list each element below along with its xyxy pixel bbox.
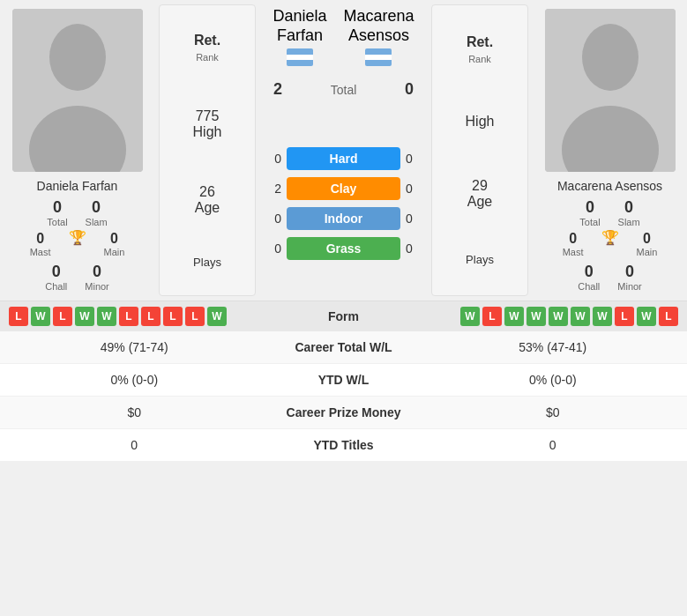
- left-total-label: Total: [47, 217, 67, 227]
- surface-section: 0 Hard 0 2 Clay 0 0 Indoor 0 0 Grass: [260, 106, 427, 301]
- career-wl-label: Career Total W/L: [256, 340, 432, 354]
- clay-left-score: 2: [265, 182, 287, 196]
- right-chall-value: 0: [578, 263, 600, 281]
- left-rank-stat: Ret. Rank: [194, 33, 220, 64]
- left-total-stat: 0 Total: [47, 198, 67, 227]
- right-rank-lbl: Rank: [468, 54, 491, 64]
- grass-row: 0 Grass 0: [265, 237, 422, 260]
- left-minor-value: 0: [85, 263, 109, 281]
- clay-bar: Clay: [287, 177, 400, 200]
- right-rank-stat: Ret. Rank: [467, 34, 493, 66]
- prize-row: $0 Career Prize Money $0: [0, 397, 687, 429]
- left-high-number: 775: [196, 108, 220, 123]
- svg-point-4: [582, 24, 638, 91]
- form-right-badge-6: W: [593, 307, 612, 326]
- right-main-label: Main: [637, 247, 658, 257]
- titles-row: 0 YTD Titles 0: [0, 429, 687, 462]
- form-left-badge-6: L: [141, 307, 161, 326]
- left-mast-item: 0 Mast: [30, 231, 51, 257]
- left-mast-value: 0: [36, 231, 44, 247]
- left-total-value: 0: [47, 198, 67, 217]
- left-chall-minor-row: 0 Chall 0 Minor: [45, 263, 109, 292]
- left-header-name-text: DanielaFarfan: [273, 7, 326, 44]
- left-slam-label: Slam: [86, 217, 108, 227]
- left-chall-value: 0: [45, 263, 67, 281]
- right-player-column: Macarena Asensos 0 Total 0 Slam 0 Mast 🏆: [533, 0, 687, 301]
- form-left-badge-5: L: [119, 307, 138, 326]
- indoor-right-score: 0: [400, 212, 422, 226]
- right-age-value: 29 Age: [441, 178, 519, 210]
- left-rank-row: Ret. Rank: [168, 33, 246, 64]
- titles-right: 0: [432, 438, 675, 452]
- career-wl-left: 49% (71-74): [13, 340, 256, 354]
- right-total-stat: 0 Total: [579, 198, 600, 227]
- form-label: Form: [300, 309, 388, 323]
- left-stats-panel: Ret. Rank 775 High 26 Age Plays: [159, 4, 256, 296]
- ytd-wl-label: YTD W/L: [256, 373, 432, 387]
- left-high-value: 775 High: [168, 104, 246, 145]
- form-results-left: LWLWWLLLLW: [9, 307, 300, 326]
- career-wl-right: 53% (47-41): [432, 340, 675, 354]
- indoor-left-score: 0: [265, 212, 287, 226]
- right-mast-item: 0 Mast: [563, 231, 584, 257]
- right-total-value: 0: [579, 198, 600, 217]
- prize-label: Career Prize Money: [256, 405, 432, 419]
- center-column: DanielaFarfan MacarenaAsensos 2 Total 0: [260, 0, 427, 301]
- form-left-badge-0: L: [9, 307, 28, 326]
- left-main-label: Main: [104, 247, 125, 257]
- prize-left: $0: [13, 405, 256, 419]
- right-main-value: 0: [643, 231, 651, 247]
- right-name-header: MacarenaAsensos: [343, 7, 414, 70]
- right-slam-stat: 0 Slam: [618, 198, 640, 227]
- form-right-badge-2: W: [504, 307, 524, 326]
- trophy-icon-right: 🏆: [601, 231, 619, 245]
- left-rank-lbl: Rank: [196, 52, 219, 63]
- right-stats-panel: Ret. Rank High 29 Age Plays: [431, 4, 528, 296]
- grass-left-score: 0: [265, 241, 287, 256]
- form-left-badge-4: W: [97, 307, 116, 326]
- svg-point-1: [49, 24, 106, 91]
- left-player-column: Daniela Farfan 0 Total 0 Slam 0 Mast 🏆: [0, 0, 154, 301]
- hard-row: 0 Hard 0: [265, 147, 422, 170]
- left-slam-value: 0: [86, 198, 108, 217]
- left-total-slam-row: 0 Total 0 Slam: [47, 198, 107, 227]
- right-minor-stat: 0 Minor: [617, 263, 642, 292]
- form-section: LWLWWLLLLW Form WLWWWWWLWL: [0, 301, 687, 331]
- left-name-header: DanielaFarfan: [273, 7, 326, 70]
- right-slam-label: Slam: [618, 217, 640, 227]
- right-trophy-icon-item: 🏆: [601, 231, 619, 257]
- left-trophy-icon-item: 🏆: [69, 231, 86, 257]
- right-total-label: Total: [579, 217, 600, 227]
- left-player-photo: [12, 9, 143, 172]
- left-main-item: 0 Main: [104, 231, 125, 257]
- grass-right-score: 0: [400, 241, 422, 256]
- titles-label: YTD Titles: [256, 438, 432, 452]
- right-high-number: High: [466, 114, 495, 129]
- prize-right: $0: [432, 405, 675, 419]
- indoor-row: 0 Indoor 0: [265, 207, 422, 230]
- right-mast-label: Mast: [563, 247, 584, 257]
- left-header-name: DanielaFarfan: [273, 7, 326, 45]
- form-left-badge-2: L: [53, 307, 72, 326]
- ytd-wl-row: 0% (0-0) YTD W/L 0% (0-0): [0, 364, 687, 397]
- clay-row: 2 Clay 0: [265, 177, 422, 200]
- form-left-badge-8: L: [185, 307, 205, 326]
- total-left-score: 2: [265, 80, 291, 99]
- right-rank-val: Ret.: [467, 34, 493, 50]
- hard-right-score: 0: [400, 152, 422, 166]
- right-flag: [365, 48, 392, 66]
- right-minor-label: Minor: [617, 281, 642, 292]
- total-right-score: 0: [396, 80, 422, 99]
- right-minor-value: 0: [617, 263, 642, 281]
- left-age-label: Age: [195, 200, 220, 215]
- hard-left-score: 0: [265, 152, 287, 166]
- player-comparison-section: Daniela Farfan 0 Total 0 Slam 0 Mast 🏆: [0, 0, 687, 301]
- right-age-label: Age: [467, 194, 492, 209]
- right-rank-row: Ret. Rank: [441, 34, 519, 66]
- form-left-badge-1: W: [31, 307, 50, 326]
- ytd-wl-right: 0% (0-0): [432, 373, 675, 387]
- form-right-badge-8: W: [637, 307, 656, 326]
- form-right-badge-0: W: [460, 307, 480, 326]
- right-panel-box: Ret. Rank High 29 Age Plays: [431, 4, 528, 296]
- right-header-name-text: MacarenaAsensos: [343, 7, 414, 44]
